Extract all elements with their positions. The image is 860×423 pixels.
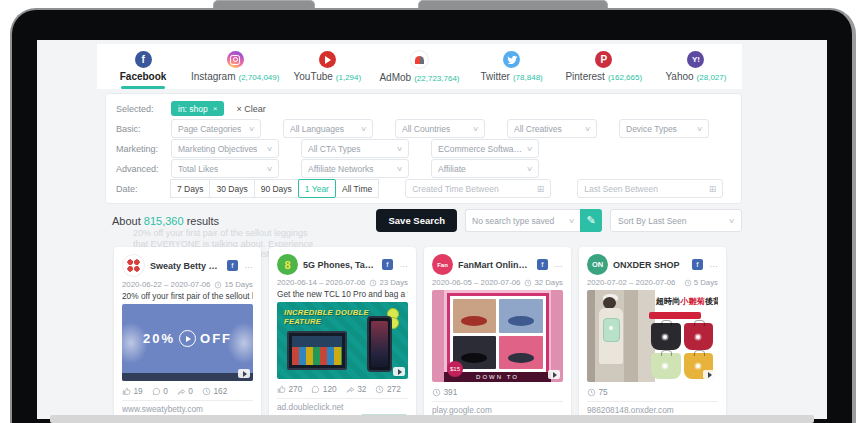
pinterest-icon: P	[595, 51, 612, 68]
select-ecommerce-softwares[interactable]: ECommerce Softwares∨	[431, 139, 539, 158]
select-value: All Languages	[290, 124, 344, 134]
marketing-label: Marketing:	[116, 144, 171, 154]
ad-card-ee-5g[interactable]: 8 5G Phones, Tablets & SIMs | ... f ... …	[269, 247, 416, 419]
ad-domain: play.google.com	[432, 401, 563, 415]
tab-yahoo[interactable]: Y! Yahoo(28,027)	[650, 44, 742, 89]
advertiser-name: Sweaty Betty London | Wom...	[150, 261, 222, 271]
chip-remove-icon[interactable]: ×	[213, 104, 218, 113]
tab-facebook[interactable]: f Facebook	[97, 44, 189, 89]
date-input-placeholder: Last Seen Between	[584, 184, 658, 194]
ad-card-sweaty-betty[interactable]: Sweaty Betty London | Wom... f ... 2020-…	[114, 247, 261, 419]
ad-creative-image[interactable]: INCREDIBLE DOUBLEFEATURE	[277, 302, 408, 379]
play-button-icon[interactable]	[179, 330, 196, 347]
ad-creative-image[interactable]: 超時尚小雛菊後背包	[587, 290, 718, 382]
last-seen-between-input[interactable]: Last Seen Between⊞	[577, 179, 723, 198]
select-page-categories[interactable]: Page Categories∨	[171, 119, 261, 138]
results-prefix: About	[112, 215, 141, 227]
ad-creative-image[interactable]: $15 DOWN TO	[432, 290, 563, 382]
sort-dropdown[interactable]: Sort By Last Seen∨	[610, 209, 742, 232]
date-button-1-year[interactable]: 1 Year	[298, 179, 336, 198]
date-label: Date:	[116, 184, 171, 194]
youtube-icon	[319, 51, 336, 68]
select-total-likes[interactable]: Total Likes∨	[171, 159, 279, 178]
select-value: Marketing Objectives	[178, 144, 257, 154]
ad-date-range: 2020-06-14 – 2020-07-06	[277, 278, 365, 287]
tab-youtube[interactable]: YouTube(1,294)	[281, 44, 373, 89]
date-input-placeholder: Created Time Between	[412, 184, 498, 194]
ghost-line: 20% off your first pair of the sellout l…	[133, 228, 313, 239]
ad-domain: www.sweatybetty.com	[122, 400, 253, 414]
advertiser-avatar: Fan	[432, 254, 453, 275]
tab-twitter[interactable]: Twitter(78,848)	[466, 44, 558, 89]
ad-date-range: 2020-06-05 – 2020-07-06	[432, 278, 520, 287]
tab-label: YouTube	[294, 71, 333, 82]
tab-count: (1,294)	[336, 73, 361, 82]
device-base-bar	[50, 415, 814, 423]
ad-card-onxder[interactable]: ON ONXDER SHOP f ... 2020-07-02 – 2020-0…	[579, 247, 726, 419]
phone-graphic	[367, 316, 392, 372]
clock-icon	[369, 279, 377, 287]
ad-creative-image[interactable]: 20%OFF	[122, 304, 253, 381]
select-all-countries[interactable]: All Countries∨	[395, 119, 485, 138]
facebook-icon: f	[382, 259, 393, 270]
select-all-creatives[interactable]: All Creatives∨	[507, 119, 597, 138]
ad-domain: 986208148.onxder.com	[587, 401, 718, 415]
admob-icon	[410, 50, 429, 69]
edit-saved-search-button[interactable]: ✎	[580, 209, 602, 232]
clear-filters-button[interactable]: × Clear	[236, 104, 265, 114]
tab-pinterest[interactable]: P Pinterest(162,665)	[558, 44, 650, 89]
advertiser-avatar	[122, 254, 145, 277]
saved-search-control: No search type saved∨ ✎	[465, 209, 602, 232]
share-icon	[177, 387, 186, 396]
ad-cards-row: Sweaty Betty London | Wom... f ... 2020-…	[114, 247, 726, 419]
select-marketing-objectives[interactable]: Marketing Objectives∨	[171, 139, 279, 158]
advanced-label: Advanced:	[116, 164, 171, 174]
tab-admob[interactable]: AdMob(22,723,764)	[373, 44, 465, 89]
date-button-30-days[interactable]: 30 Days	[209, 179, 254, 198]
filter-row-marketing: Marketing: Marketing Objectives∨ All CTA…	[116, 139, 731, 158]
ad-stats: 270 120 32 272	[277, 384, 408, 394]
select-device-types[interactable]: Device Types∨	[619, 119, 709, 138]
share-icon	[346, 385, 355, 394]
more-menu-icon[interactable]: ...	[245, 261, 253, 270]
clock-icon	[524, 279, 532, 287]
creative-text: 20%	[143, 331, 175, 346]
device-frame: f Facebook Instagram(2,704,049) YouTube(…	[10, 8, 856, 423]
results-count: 815,360	[144, 215, 184, 227]
chevron-down-icon: ∨	[696, 125, 703, 133]
pencil-icon: ✎	[586, 214, 595, 227]
date-button-90-days[interactable]: 90 Days	[254, 179, 299, 198]
filter-chip-in-shop[interactable]: in: shop ×	[171, 101, 224, 116]
yahoo-icon: Y!	[687, 51, 704, 68]
more-menu-icon[interactable]: ...	[555, 260, 563, 269]
select-affiliate[interactable]: Affiliate∨	[431, 159, 539, 178]
select-all-languages[interactable]: All Languages∨	[283, 119, 373, 138]
filter-panel: Selected: in: shop × × Clear Basic: Page…	[105, 93, 742, 204]
video-badge-icon	[238, 369, 250, 378]
creative-text: DOWN TO	[476, 374, 519, 380]
created-time-between-input[interactable]: Created Time Between⊞	[405, 179, 551, 198]
stat-value: 75	[599, 387, 608, 397]
save-search-button[interactable]: Save Search	[376, 209, 457, 232]
select-value: Device Types	[626, 124, 677, 134]
more-menu-icon[interactable]: ...	[400, 260, 408, 269]
date-button-7-days[interactable]: 7 Days	[170, 179, 210, 198]
facebook-icon: f	[692, 259, 703, 270]
chevron-down-icon: ∨	[526, 165, 533, 173]
ad-days: 32 Days	[534, 278, 563, 287]
calendar-icon: ⊞	[709, 184, 717, 194]
date-button-all-time[interactable]: All Time	[335, 179, 379, 198]
select-value: Affiliate Networks	[308, 164, 374, 174]
filter-row-selected: Selected: in: shop × × Clear	[116, 99, 731, 118]
select-affiliate-networks[interactable]: Affiliate Networks∨	[301, 159, 409, 178]
stat-value: 272	[387, 384, 401, 394]
tab-label: AdMob	[379, 72, 411, 83]
clock-icon	[202, 387, 211, 396]
facebook-icon: f	[135, 51, 152, 68]
ad-card-fanmart[interactable]: Fan FanMart Online Shopping - F... f ...…	[424, 247, 571, 419]
select-cta-types[interactable]: All CTA Types∨	[301, 139, 409, 158]
saved-search-dropdown[interactable]: No search type saved∨	[465, 209, 580, 232]
basic-label: Basic:	[116, 124, 171, 134]
tab-instagram[interactable]: Instagram(2,704,049)	[189, 44, 281, 89]
more-menu-icon[interactable]: ...	[710, 260, 718, 269]
